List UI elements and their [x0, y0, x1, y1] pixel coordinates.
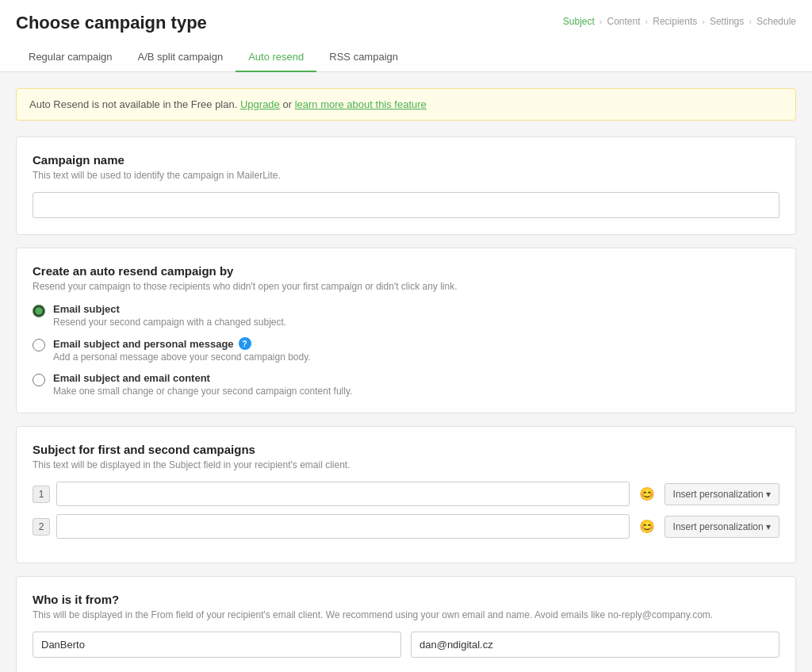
from-fields: [33, 632, 779, 658]
auto-resend-title: Create an auto resend campaign by: [33, 264, 779, 278]
from-name-input[interactable]: [33, 632, 401, 658]
radio-email-subject-content-label: Email subject and email content: [53, 372, 352, 384]
subjects-title: Subject for first and second campaigns: [33, 443, 779, 456]
subject-row-1: 1 😊 Insert personalization ▾: [33, 482, 779, 506]
breadcrumb-settings: Settings: [710, 16, 744, 27]
subject-row-2: 2 😊 Insert personalization ▾: [33, 514, 779, 539]
subjects-subtitle: This text will be displayed in the Subje…: [33, 459, 779, 470]
radio-email-subject-desc: Resend your second campaign with a chang…: [53, 317, 286, 328]
breadcrumb-schedule: Schedule: [756, 16, 796, 27]
campaign-name-subtitle: This text will be used to identify the c…: [33, 170, 779, 181]
radio-email-subject-label: Email subject: [53, 303, 286, 315]
breadcrumb-subject: Subject: [563, 16, 595, 27]
tab-rss-campaign[interactable]: RSS campaign: [316, 43, 411, 72]
radio-email-subject-personal-label: Email subject and personal message: [53, 338, 234, 350]
radio-email-subject[interactable]: [33, 305, 45, 317]
subject-number-2: 2: [33, 518, 50, 536]
radio-option-email-subject-content: Email subject and email content Make one…: [33, 372, 779, 397]
auto-resend-subtitle: Resend your campaign to those recipients…: [33, 281, 779, 292]
auto-resend-section: Create an auto resend campaign by Resend…: [16, 248, 796, 413]
tab-regular-campaign[interactable]: Regular campaign: [16, 43, 125, 72]
campaign-name-section: Campaign name This text will be used to …: [16, 136, 796, 235]
tab-ab-split-campaign[interactable]: A/B split campaign: [125, 43, 236, 72]
from-title: Who is it from?: [33, 593, 779, 606]
auto-resend-options: Email subject Resend your second campaig…: [33, 303, 779, 397]
subjects-section: Subject for first and second campaigns T…: [16, 426, 796, 563]
emoji-button-2[interactable]: 😊: [636, 516, 658, 537]
breadcrumb: Subject › Content › Recipients › Setting…: [563, 16, 796, 27]
help-icon[interactable]: ?: [239, 337, 251, 350]
tab-auto-resend[interactable]: Auto resend: [236, 43, 316, 72]
from-subtitle: This will be displayed in the From field…: [33, 609, 779, 620]
page-title: Choose campaign type: [16, 13, 207, 33]
radio-email-subject-content[interactable]: [33, 374, 45, 386]
breadcrumb-content: Content: [607, 16, 641, 27]
alert-banner: Auto Resend is not available in the Free…: [16, 88, 796, 121]
radio-email-subject-content-desc: Make one small change or change your sec…: [53, 386, 352, 397]
personalization-button-1[interactable]: Insert personalization ▾: [665, 483, 779, 505]
radio-option-email-subject: Email subject Resend your second campaig…: [33, 303, 779, 328]
radio-email-subject-personal-desc: Add a personal message above your second…: [53, 351, 311, 363]
from-email-input[interactable]: [411, 632, 779, 658]
campaign-type-tabs: Regular campaign A/B split campaign Auto…: [0, 43, 812, 72]
from-section: Who is it from? This will be displayed i…: [16, 576, 796, 672]
subject-input-1[interactable]: [56, 482, 630, 506]
campaign-name-input[interactable]: [33, 192, 779, 218]
emoji-button-1[interactable]: 😊: [636, 483, 658, 505]
radio-email-subject-personal[interactable]: [33, 339, 45, 351]
subject-input-2[interactable]: [56, 514, 630, 539]
subject-number-1: 1: [33, 486, 50, 503]
upgrade-link[interactable]: Upgrade: [240, 98, 280, 110]
breadcrumb-recipients: Recipients: [653, 16, 697, 27]
personalization-button-2[interactable]: Insert personalization ▾: [665, 516, 779, 538]
campaign-name-title: Campaign name: [33, 153, 779, 167]
radio-option-email-subject-personal: Email subject and personal message ? Add…: [33, 337, 779, 363]
learn-more-link[interactable]: learn more about this feature: [295, 98, 427, 110]
